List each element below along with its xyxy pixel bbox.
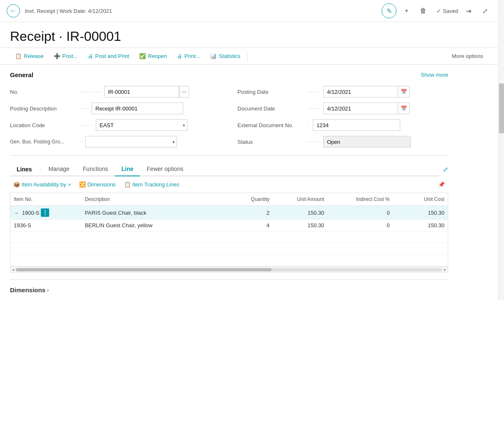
general-section: General Show more No. IR-00001 ··· [10, 65, 448, 156]
post-icon: ➕ [54, 53, 60, 59]
back-icon: ← [10, 7, 17, 15]
gen-bus-select[interactable] [85, 136, 177, 148]
lines-tabs: Lines | Manage Functions Line Fewer opti… [10, 162, 439, 176]
page-title: Receipt · IR-00001 [10, 29, 488, 44]
expand-button[interactable]: ⤢ [478, 4, 492, 18]
general-form: No. IR-00001 ··· Posting Description [10, 85, 448, 148]
lines-table: Item No. Description Quantity Unit Amoun… [10, 193, 448, 266]
document-date-label: Document Date [237, 105, 304, 112]
saved-status: ✓ Saved [437, 8, 458, 14]
no-ellipsis-button[interactable]: ··· [179, 86, 189, 98]
item-tracking-button[interactable]: 📋 Item Tracking Lines [121, 180, 183, 189]
table-row[interactable]: → 1900-S ⋮ PARIS Guest Chair, black 2 15… [10, 206, 448, 220]
release-icon: 📋 [15, 53, 22, 59]
item-no-cell: 1900-S [22, 210, 40, 216]
external-icon: ⇥ [466, 7, 471, 15]
location-code-row: Location Code EAST ▾ [10, 118, 221, 132]
statistics-button[interactable]: 📊 Statistics [205, 50, 245, 63]
tab-fewer-options[interactable]: Fewer options [140, 162, 190, 176]
gen-bus-row: Gen. Bus. Posting Gro... ▾ [10, 135, 221, 148]
description-cell: PARIS Guest Chair, black [82, 206, 224, 220]
table-row[interactable]: 1936-S BERLIN Guest Chair, yellow 4 150.… [10, 220, 448, 231]
no-label: No. [10, 89, 77, 95]
posting-desc-row: Posting Description [10, 102, 221, 115]
back-button[interactable]: ← [7, 4, 20, 18]
reopen-button[interactable]: ✅ Reopen [134, 50, 172, 63]
col-indirect-cost: Indirect Cost % [327, 193, 393, 206]
col-unit-cost: Unit Cost [393, 193, 448, 206]
statistics-icon: 📊 [210, 53, 217, 59]
status-input [323, 136, 411, 148]
post-button[interactable]: ➕ Post... [49, 50, 83, 63]
dimensions-chevron-icon: › [47, 287, 49, 293]
pin-button[interactable]: 📌 [435, 180, 448, 189]
posting-date-calendar-button[interactable]: 📅 [398, 86, 410, 98]
scrollbar-track [16, 268, 442, 271]
edit-button[interactable]: ✎ [382, 3, 397, 18]
description-cell: BERLIN Guest Chair, yellow [82, 220, 224, 231]
posting-desc-input[interactable] [92, 103, 183, 114]
document-date-row: Document Date 📅 [237, 102, 448, 115]
external-doc-label: External Document No. [237, 122, 304, 128]
add-icon: + [404, 7, 408, 15]
tab-manage[interactable]: Manage [42, 162, 76, 176]
vertical-scrollbar[interactable] [498, 0, 504, 300]
vertical-scrollbar-thumb [499, 83, 504, 133]
posting-date-label: Posting Date [237, 89, 304, 95]
tab-functions[interactable]: Functions [76, 162, 115, 176]
release-button[interactable]: 📋 Release [10, 50, 49, 63]
post-and-print-button[interactable]: 🖨 Post and Print [83, 50, 135, 63]
empty-row [10, 243, 448, 255]
external-link-button[interactable]: ⇥ [462, 4, 475, 18]
tab-line[interactable]: Line [115, 162, 140, 176]
print-button[interactable]: 🖨 Print... [172, 50, 205, 63]
lines-expand-button[interactable]: ⤢ [443, 166, 448, 173]
lines-section: Lines | Manage Functions Line Fewer opti… [10, 156, 448, 279]
lines-table-container: Item No. Description Quantity Unit Amoun… [10, 193, 448, 273]
item-availability-button[interactable]: 📦 Item Availability by ∨ [10, 180, 74, 189]
lines-toolbar: 📦 Item Availability by ∨ 🔀 Dimensions 📋 … [10, 176, 448, 193]
item-availability-dropdown-icon: ∨ [68, 182, 71, 187]
posting-date-input[interactable] [323, 86, 398, 98]
dimensions-title[interactable]: Dimensions › [10, 286, 448, 294]
item-no-cell: 1936-S [14, 222, 31, 228]
quantity-cell: 2 [224, 206, 273, 220]
show-more-button[interactable]: Show more [421, 72, 448, 78]
location-code-select[interactable]: EAST [96, 119, 187, 131]
no-input[interactable]: IR-00001 [104, 86, 179, 98]
posting-desc-label: Posting Description [10, 105, 77, 112]
dimensions-toolbar-icon: 🔀 [79, 181, 86, 188]
row-context-menu-button[interactable]: ⋮ [41, 208, 49, 217]
more-options-button[interactable]: More options [447, 50, 488, 63]
col-unit-amount: Unit Amount [273, 193, 327, 206]
gen-bus-label: Gen. Bus. Posting Gro... [10, 139, 77, 145]
indirect-cost-cell: 0 [327, 206, 393, 220]
no-row: No. IR-00001 ··· [10, 85, 221, 98]
print-icon: 🖨 [177, 53, 182, 59]
item-availability-icon: 📦 [13, 181, 20, 188]
add-button[interactable]: + [400, 4, 413, 18]
horizontal-scrollbar[interactable]: ◂ ▸ [10, 266, 448, 272]
post-print-icon: 🖨 [88, 53, 93, 59]
delete-button[interactable]: 🗑 [417, 4, 430, 18]
empty-row [10, 231, 448, 243]
external-doc-row: External Document No. [237, 118, 448, 132]
expand-icon: ⤢ [482, 7, 488, 15]
dimensions-label: Dimensions [10, 286, 45, 294]
indirect-cost-cell: 0 [327, 220, 393, 231]
unit-amount-cell: 150.30 [273, 206, 327, 220]
pin-icon: 📌 [438, 181, 445, 188]
row-arrow-icon: → [14, 210, 19, 216]
quantity-cell: 4 [224, 220, 273, 231]
tab-lines[interactable]: Lines [10, 163, 39, 176]
location-code-label: Location Code [10, 122, 77, 128]
page-breadcrumb: Invt. Receipt | Work Date: 4/12/2021 [25, 8, 377, 14]
item-tracking-icon: 📋 [124, 181, 131, 188]
edit-icon: ✎ [387, 7, 392, 15]
dimensions-toolbar-button[interactable]: 🔀 Dimensions [76, 180, 119, 189]
document-date-input[interactable] [323, 103, 398, 114]
document-date-calendar-button[interactable]: 📅 [398, 103, 410, 114]
external-doc-input[interactable] [313, 119, 400, 131]
col-description: Description [82, 193, 224, 206]
delete-icon: 🗑 [420, 7, 427, 15]
